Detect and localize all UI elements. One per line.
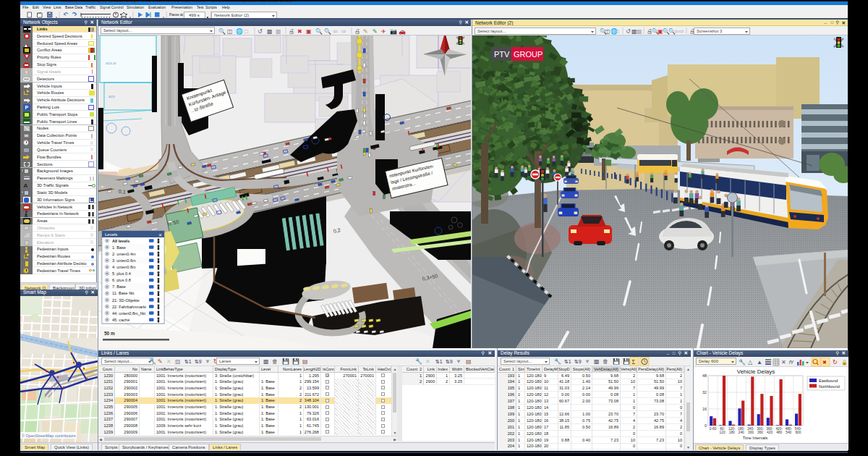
svg-text:540: 540 <box>786 431 791 434</box>
svg-text:🔒: 🔒 <box>841 359 848 366</box>
svg-text:▩: ▩ <box>263 358 269 365</box>
svg-text:▤: ▤ <box>302 358 308 365</box>
svg-text:16: 16 <box>702 407 707 411</box>
svg-text:600: 600 <box>795 431 801 434</box>
svg-text:▼: ▼ <box>456 358 461 365</box>
svg-text:💾: 💾 <box>292 358 299 365</box>
svg-text:🌐: 🌐 <box>236 27 243 34</box>
svg-text:5: plus 0.4: 5: plus 0.4 <box>112 271 131 276</box>
svg-text:⇅9: ⇅9 <box>195 359 202 364</box>
svg-text:All levels: All levels <box>112 239 129 243</box>
svg-text:4121: 4121 <box>109 95 116 98</box>
svg-text:□: □ <box>244 28 248 34</box>
svg-text:▩: ▩ <box>267 28 273 34</box>
svg-text:✈: ✈ <box>381 28 386 34</box>
svg-text:✕: ✕ <box>158 233 162 237</box>
svg-text:Time Intervals: Time Intervals <box>743 436 768 440</box>
svg-text:💾: 💾 <box>623 358 630 365</box>
svg-text:44: unten0.8m_fikt: 44: unten0.8m_fikt <box>112 311 145 316</box>
svg-text:✕: ✕ <box>781 359 786 366</box>
svg-text:◫: ◫ <box>605 28 610 35</box>
svg-text:4: unten0.8m: 4: unten0.8m <box>112 265 136 269</box>
svg-text:✕: ✕ <box>425 358 430 365</box>
svg-text:0: 0 <box>705 423 707 428</box>
svg-text:⇅9: ⇅9 <box>446 359 453 364</box>
svg-text:🚗: 🚗 <box>399 27 406 34</box>
svg-text:0,1: 0,1 <box>118 188 126 194</box>
svg-text:✖: ✖ <box>297 28 302 34</box>
svg-text:Eastbound: Eastbound <box>819 379 838 383</box>
svg-text:⇅1: ⇅1 <box>184 359 192 364</box>
svg-text:Σ: Σ <box>632 358 636 365</box>
svg-text:22: Fahrbahnmarki: 22: Fahrbahnmarki <box>112 305 146 309</box>
svg-text:⇦: ⇦ <box>674 28 679 35</box>
svg-text:▲: ▲ <box>757 359 762 366</box>
svg-text:▨: ▨ <box>175 358 181 365</box>
svg-text:300: 300 <box>748 431 754 434</box>
svg-text:⇨: ⇨ <box>341 28 346 34</box>
svg-text:✎: ✎ <box>363 28 368 34</box>
svg-text:🔧: 🔧 <box>149 358 156 365</box>
svg-text:GROUP: GROUP <box>514 50 542 59</box>
svg-text:💾: 💾 <box>282 358 289 365</box>
svg-text:⇨: ⇨ <box>679 28 684 35</box>
svg-text:Levels: Levels <box>105 232 117 237</box>
svg-text:▼: ▼ <box>584 358 590 365</box>
svg-text:🔧: 🔧 <box>554 358 561 365</box>
svg-text:7: Base: 7: Base <box>112 284 126 289</box>
svg-text:Northbound: Northbound <box>819 384 840 388</box>
svg-text:120: 120 <box>720 431 726 434</box>
svg-text:180: 180 <box>729 431 735 434</box>
svg-text:🖨: 🖨 <box>354 28 360 34</box>
svg-text:▩: ▩ <box>637 28 642 35</box>
svg-text:✖: ✖ <box>822 360 827 365</box>
svg-text:1: Base: 1: Base <box>112 245 126 250</box>
svg-text:▩: ▩ <box>594 358 600 365</box>
svg-text:PTV: PTV <box>494 50 510 59</box>
svg-text:↺: ↺ <box>626 28 631 35</box>
svg-text:21: 3D-Objekte: 21: 3D-Objekte <box>112 298 140 303</box>
svg-text:↺: ↺ <box>258 28 263 34</box>
svg-text:11: Base fikt: 11: Base fikt <box>112 291 135 295</box>
svg-text:fY: fY <box>789 360 794 365</box>
svg-text:□: □ <box>616 28 619 35</box>
svg-text:△: △ <box>748 359 753 366</box>
svg-text:⇅1: ⇅1 <box>564 359 571 364</box>
svg-text:🔍: 🔍 <box>218 27 226 34</box>
svg-text:Vehicle Delays: Vehicle Delays <box>737 368 775 375</box>
svg-text:32: 32 <box>702 390 707 394</box>
svg-text:💾: 💾 <box>613 358 620 365</box>
svg-text:🔧: 🔧 <box>415 358 422 365</box>
svg-text:360: 360 <box>757 431 763 434</box>
svg-text:🗑: 🗑 <box>272 358 278 365</box>
svg-text:4121-41: 4121-41 <box>106 62 116 65</box>
svg-text:240: 240 <box>739 431 744 434</box>
svg-text:© OpenStreetMap contributors: © OpenStreetMap contributors <box>22 434 76 438</box>
svg-text:480: 480 <box>776 431 782 434</box>
svg-text:🔍: 🔍 <box>324 27 331 34</box>
svg-text:▼: ▼ <box>205 358 210 365</box>
svg-text:✕: ✕ <box>166 358 171 365</box>
svg-text:✎: ✎ <box>158 358 163 365</box>
svg-text:⇦: ⇦ <box>333 28 338 34</box>
svg-text:2: unten0.4m: 2: unten0.4m <box>112 252 136 256</box>
svg-text:⇅9: ⇅9 <box>574 359 582 364</box>
svg-text:6: plus 0.8: 6: plus 0.8 <box>112 278 131 282</box>
svg-text:48: 48 <box>702 373 707 378</box>
svg-text:✎: ✎ <box>373 28 378 34</box>
svg-text:▣: ▣ <box>306 28 312 34</box>
svg-text:420: 420 <box>767 431 773 434</box>
svg-text:🔧: 🔧 <box>739 358 746 366</box>
svg-text:50 m: 50 m <box>104 331 115 336</box>
svg-text:45: caché: 45: caché <box>112 318 129 322</box>
svg-text:⇅1: ⇅1 <box>435 359 443 364</box>
svg-text:🖨: 🖨 <box>289 28 294 34</box>
svg-text:🔍: 🔍 <box>315 27 323 34</box>
svg-text:◫: ◫ <box>227 28 233 34</box>
svg-text:🗑: 🗑 <box>603 358 608 365</box>
svg-text:3: unten0.6m: 3: unten0.6m <box>112 258 136 263</box>
svg-text:▤: ▤ <box>466 358 472 365</box>
svg-text:📷: 📷 <box>390 27 397 34</box>
svg-text:0-60: 0-60 <box>710 427 717 431</box>
svg-text:↻: ↻ <box>833 359 838 366</box>
